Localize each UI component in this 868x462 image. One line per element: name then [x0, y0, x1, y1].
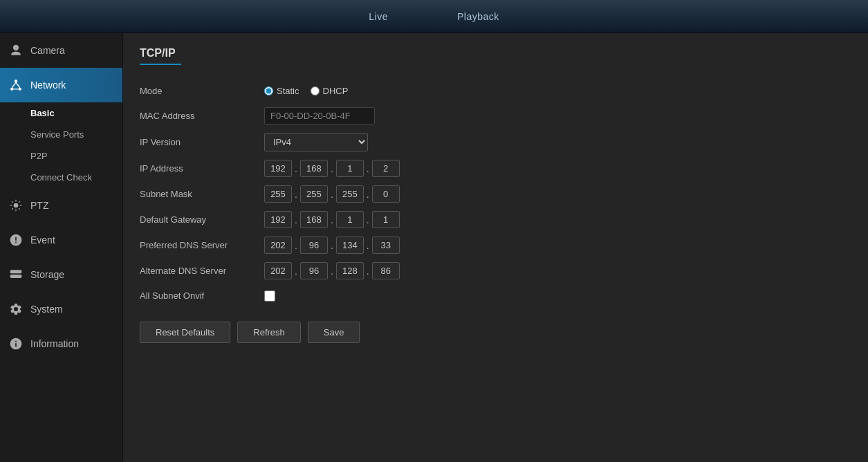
tcpip-form: Mode Static DHCP MAC Address	[140, 79, 555, 308]
preferred-dns-octet-2[interactable]	[300, 237, 328, 254]
system-icon	[8, 302, 24, 317]
page-title: TCP/IP	[140, 47, 851, 59]
reset-defaults-button[interactable]: Reset Defaults	[140, 322, 230, 343]
mode-value: Static DHCP	[264, 79, 555, 103]
gateway-label: Default Gateway	[140, 207, 264, 232]
gateway-octet-3[interactable]	[336, 211, 364, 228]
sidebar-item-storage[interactable]: Storage	[0, 257, 122, 292]
alternate-dns-dot-3: .	[365, 266, 371, 277]
subnet-dot-3: .	[365, 189, 371, 200]
dhcp-radio[interactable]	[311, 86, 320, 95]
mode-radio-group: Static DHCP	[264, 86, 348, 96]
static-radio[interactable]	[264, 86, 273, 95]
button-row: Reset Defaults Refresh Save	[140, 322, 851, 343]
svg-line-3	[12, 82, 16, 88]
subnet-octet-2[interactable]	[300, 185, 328, 203]
dhcp-radio-label[interactable]: DHCP	[311, 86, 349, 96]
gateway-octet-2[interactable]	[300, 211, 328, 228]
sidebar-item-system[interactable]: System	[0, 292, 122, 326]
subnet-octet-4[interactable]	[372, 185, 400, 203]
ip-address-octet-group: . . .	[264, 160, 400, 177]
subnet-dot-1: .	[293, 189, 299, 200]
content-area: TCP/IP Mode Static DHCP MAC Address	[123, 33, 868, 462]
subnet-mask-octet-group: . . .	[264, 185, 400, 203]
alternate-dns-octet-1[interactable]	[264, 262, 292, 279]
ip-address-value: . . .	[264, 156, 555, 181]
static-radio-label[interactable]: Static	[264, 86, 299, 96]
ip-address-label: IP Address	[140, 156, 264, 181]
gateway-octet-1[interactable]	[264, 211, 292, 228]
ip-dot-3: .	[365, 163, 371, 174]
ip-octet-2[interactable]	[300, 160, 328, 177]
ip-dot-1: .	[293, 163, 299, 174]
sidebar-item-camera[interactable]: Camera	[0, 33, 122, 68]
preferred-dns-octet-1[interactable]	[264, 237, 292, 254]
alternate-dns-label: Alternate DNS Server	[140, 258, 264, 284]
mode-label: Mode	[140, 79, 264, 103]
subnet-dot-2: .	[329, 189, 335, 200]
mac-input[interactable]	[264, 107, 375, 124]
mac-value	[264, 103, 555, 129]
sidebar-item-event[interactable]: Event	[0, 223, 122, 257]
sidebar-label-system: System	[30, 304, 63, 315]
all-subnet-checkbox[interactable]	[264, 290, 275, 302]
dhcp-label: DHCP	[323, 86, 349, 96]
sidebar-sub-connect-check[interactable]: Connect Check	[0, 167, 122, 188]
all-subnet-value	[264, 284, 555, 308]
sidebar-sub-service-ports[interactable]: Service Ports	[0, 124, 122, 145]
nav-live[interactable]: Live	[362, 8, 395, 25]
camera-icon	[8, 43, 24, 58]
gateway-value: . . .	[264, 207, 555, 232]
alternate-dns-octet-4[interactable]	[372, 262, 400, 279]
alternate-dns-octet-3[interactable]	[336, 262, 364, 279]
network-submenu: Basic Service Ports P2P Connect Check	[0, 102, 122, 188]
preferred-dns-octet-3[interactable]	[336, 237, 364, 254]
alternate-dns-dot-2: .	[329, 266, 335, 277]
preferred-dns-value: . . .	[264, 232, 555, 258]
sidebar-label-camera: Camera	[30, 45, 65, 56]
sidebar-label-network: Network	[30, 80, 66, 91]
subnet-mask-value: . . .	[264, 181, 555, 207]
info-icon	[8, 336, 24, 351]
title-underline	[140, 64, 181, 65]
network-icon	[8, 77, 24, 93]
save-button[interactable]: Save	[308, 322, 360, 343]
sidebar-label-ptz: PTZ	[30, 200, 48, 211]
ip-version-select[interactable]: IPv4 IPv6	[264, 133, 368, 151]
ip-dot-2: .	[329, 163, 335, 174]
ptz-icon	[8, 198, 24, 213]
nav-playback[interactable]: Playback	[450, 8, 506, 25]
ip-version-label: IP Version	[140, 129, 264, 156]
svg-line-4	[16, 82, 20, 88]
top-navigation: Live Playback	[0, 0, 868, 33]
main-layout: Camera Network Basic Service Ports P2P C…	[0, 33, 868, 462]
alternate-dns-octet-2[interactable]	[300, 262, 328, 279]
preferred-dns-label: Preferred DNS Server	[140, 232, 264, 258]
preferred-dns-dot-2: .	[329, 240, 335, 251]
preferred-dns-dot-3: .	[365, 240, 371, 251]
sidebar: Camera Network Basic Service Ports P2P C…	[0, 33, 123, 462]
sidebar-sub-p2p[interactable]: P2P	[0, 145, 122, 167]
subnet-octet-1[interactable]	[264, 185, 292, 203]
sidebar-sub-basic[interactable]: Basic	[0, 102, 122, 124]
preferred-dns-octet-4[interactable]	[372, 237, 400, 254]
all-subnet-label: All Subnet Onvif	[140, 284, 264, 308]
sidebar-item-information[interactable]: Information	[0, 326, 122, 361]
sidebar-item-network[interactable]: Network	[0, 68, 122, 102]
svg-point-0	[15, 80, 17, 82]
ip-octet-1[interactable]	[264, 160, 292, 177]
ip-octet-4[interactable]	[372, 160, 400, 177]
alternate-dns-octet-group: . . .	[264, 262, 400, 279]
gateway-dot-2: .	[329, 214, 335, 225]
ip-octet-3[interactable]	[336, 160, 364, 177]
alternate-dns-dot-1: .	[293, 266, 299, 277]
refresh-button[interactable]: Refresh	[237, 322, 301, 343]
static-label: Static	[277, 86, 299, 96]
subnet-octet-3[interactable]	[336, 185, 364, 203]
preferred-dns-dot-1: .	[293, 240, 299, 251]
sidebar-item-ptz[interactable]: PTZ	[0, 188, 122, 223]
sidebar-label-storage: Storage	[30, 269, 64, 280]
storage-icon	[8, 267, 24, 282]
gateway-octet-4[interactable]	[372, 211, 400, 228]
subnet-mask-label: Subnet Mask	[140, 181, 264, 207]
